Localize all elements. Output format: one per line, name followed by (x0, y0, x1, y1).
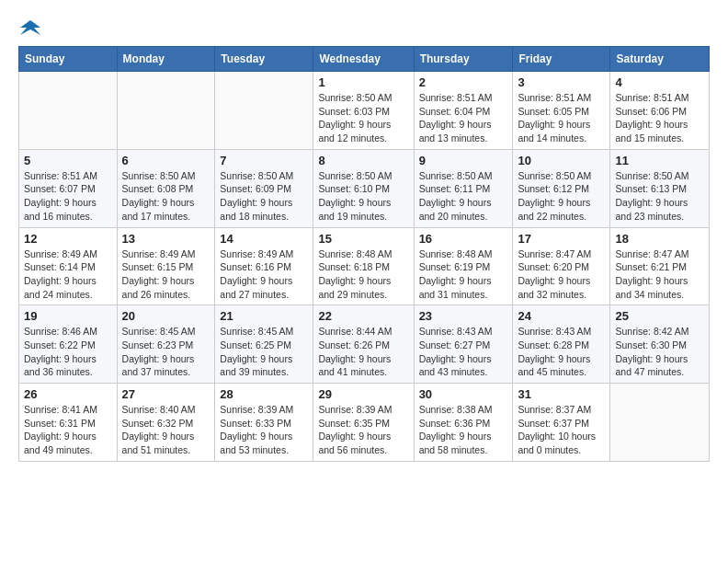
day-detail: Sunrise: 8:51 AMSunset: 6:04 PMDaylight:… (419, 91, 508, 145)
day-detail: Sunrise: 8:45 AMSunset: 6:23 PMDaylight:… (122, 325, 210, 379)
day-detail: Sunrise: 8:43 AMSunset: 6:28 PMDaylight:… (518, 325, 605, 379)
day-number: 8 (318, 154, 408, 167)
svg-marker-0 (20, 20, 40, 35)
day-number: 3 (518, 75, 605, 89)
day-detail: Sunrise: 8:40 AMSunset: 6:32 PMDaylight:… (122, 403, 210, 457)
day-cell: 17Sunrise: 8:47 AMSunset: 6:20 PMDayligh… (513, 227, 610, 305)
day-detail: Sunrise: 8:44 AMSunset: 6:26 PMDaylight:… (318, 325, 408, 379)
day-cell: 18Sunrise: 8:47 AMSunset: 6:21 PMDayligh… (610, 227, 710, 305)
day-detail: Sunrise: 8:47 AMSunset: 6:20 PMDaylight:… (518, 247, 605, 302)
day-detail: Sunrise: 8:49 AMSunset: 6:14 PMDaylight:… (24, 247, 112, 302)
day-cell: 30Sunrise: 8:38 AMSunset: 6:36 PMDayligh… (414, 384, 513, 462)
day-detail: Sunrise: 8:51 AMSunset: 6:07 PMDaylight:… (24, 169, 112, 224)
day-number: 2 (419, 75, 508, 89)
day-detail: Sunrise: 8:50 AMSunset: 6:10 PMDaylight:… (318, 169, 408, 224)
weekday-header-row: SundayMondayTuesdayWednesdayThursdayFrid… (19, 47, 710, 72)
day-cell: 22Sunrise: 8:44 AMSunset: 6:26 PMDayligh… (313, 305, 414, 384)
day-cell: 20Sunrise: 8:45 AMSunset: 6:23 PMDayligh… (117, 305, 215, 384)
day-number: 17 (518, 232, 605, 246)
day-number: 9 (419, 154, 508, 167)
day-detail: Sunrise: 8:50 AMSunset: 6:03 PMDaylight:… (318, 91, 408, 145)
week-row-4: 19Sunrise: 8:46 AMSunset: 6:22 PMDayligh… (19, 305, 710, 384)
day-cell: 10Sunrise: 8:50 AMSunset: 6:12 PMDayligh… (513, 149, 610, 227)
weekday-header-thursday: Thursday (414, 47, 513, 72)
day-number: 10 (518, 154, 605, 167)
day-cell: 14Sunrise: 8:49 AMSunset: 6:16 PMDayligh… (215, 227, 313, 305)
logo-bird-icon (20, 18, 40, 39)
logo-text (18, 18, 40, 39)
day-cell: 16Sunrise: 8:48 AMSunset: 6:19 PMDayligh… (414, 227, 513, 305)
day-detail: Sunrise: 8:39 AMSunset: 6:35 PMDaylight:… (318, 403, 408, 457)
day-cell (19, 72, 118, 150)
day-detail: Sunrise: 8:50 AMSunset: 6:13 PMDaylight:… (615, 169, 704, 224)
day-cell: 1Sunrise: 8:50 AMSunset: 6:03 PMDaylight… (313, 72, 414, 150)
day-cell: 27Sunrise: 8:40 AMSunset: 6:32 PMDayligh… (117, 384, 215, 462)
week-row-1: 1Sunrise: 8:50 AMSunset: 6:03 PMDaylight… (19, 72, 710, 150)
day-number: 5 (24, 154, 112, 167)
week-row-2: 5Sunrise: 8:51 AMSunset: 6:07 PMDaylight… (19, 149, 710, 227)
day-cell: 28Sunrise: 8:39 AMSunset: 6:33 PMDayligh… (215, 384, 313, 462)
day-number: 4 (615, 75, 704, 89)
day-cell: 19Sunrise: 8:46 AMSunset: 6:22 PMDayligh… (19, 305, 118, 384)
page: SundayMondayTuesdayWednesdayThursdayFrid… (0, 0, 728, 480)
day-detail: Sunrise: 8:42 AMSunset: 6:30 PMDaylight:… (615, 325, 704, 379)
day-number: 6 (122, 154, 210, 167)
day-cell: 2Sunrise: 8:51 AMSunset: 6:04 PMDaylight… (414, 72, 513, 150)
day-number: 20 (122, 309, 210, 323)
day-number: 24 (518, 309, 605, 323)
day-cell: 11Sunrise: 8:50 AMSunset: 6:13 PMDayligh… (610, 149, 710, 227)
day-number: 29 (318, 387, 408, 401)
header (18, 15, 710, 39)
weekday-header-sunday: Sunday (19, 47, 118, 72)
day-number: 25 (615, 309, 704, 323)
day-detail: Sunrise: 8:45 AMSunset: 6:25 PMDaylight:… (220, 325, 308, 379)
day-number: 13 (122, 232, 210, 246)
week-row-3: 12Sunrise: 8:49 AMSunset: 6:14 PMDayligh… (19, 227, 710, 305)
day-cell: 6Sunrise: 8:50 AMSunset: 6:08 PMDaylight… (117, 149, 215, 227)
day-cell: 4Sunrise: 8:51 AMSunset: 6:06 PMDaylight… (610, 72, 710, 150)
day-detail: Sunrise: 8:50 AMSunset: 6:12 PMDaylight:… (518, 169, 605, 224)
day-cell: 23Sunrise: 8:43 AMSunset: 6:27 PMDayligh… (414, 305, 513, 384)
day-number: 21 (220, 309, 308, 323)
day-detail: Sunrise: 8:48 AMSunset: 6:18 PMDaylight:… (318, 247, 408, 302)
day-cell (610, 384, 710, 462)
day-number: 19 (24, 309, 112, 323)
day-cell: 26Sunrise: 8:41 AMSunset: 6:31 PMDayligh… (19, 384, 118, 462)
day-cell: 15Sunrise: 8:48 AMSunset: 6:18 PMDayligh… (313, 227, 414, 305)
weekday-header-tuesday: Tuesday (215, 47, 313, 72)
day-cell: 25Sunrise: 8:42 AMSunset: 6:30 PMDayligh… (610, 305, 710, 384)
day-cell: 3Sunrise: 8:51 AMSunset: 6:05 PMDaylight… (513, 72, 610, 150)
day-number: 15 (318, 232, 408, 246)
day-number: 22 (318, 309, 408, 323)
day-cell: 7Sunrise: 8:50 AMSunset: 6:09 PMDaylight… (215, 149, 313, 227)
day-detail: Sunrise: 8:51 AMSunset: 6:05 PMDaylight:… (518, 91, 605, 145)
day-number: 11 (615, 154, 704, 167)
day-detail: Sunrise: 8:43 AMSunset: 6:27 PMDaylight:… (419, 325, 508, 379)
day-number: 27 (122, 387, 210, 401)
day-number: 26 (24, 387, 112, 401)
day-detail: Sunrise: 8:39 AMSunset: 6:33 PMDaylight:… (220, 403, 308, 457)
day-detail: Sunrise: 8:37 AMSunset: 6:37 PMDaylight:… (518, 403, 605, 457)
day-number: 31 (518, 387, 605, 401)
week-row-5: 26Sunrise: 8:41 AMSunset: 6:31 PMDayligh… (19, 384, 710, 462)
day-cell: 31Sunrise: 8:37 AMSunset: 6:37 PMDayligh… (513, 384, 610, 462)
day-detail: Sunrise: 8:49 AMSunset: 6:16 PMDaylight:… (220, 247, 308, 302)
day-cell: 29Sunrise: 8:39 AMSunset: 6:35 PMDayligh… (313, 384, 414, 462)
day-cell: 21Sunrise: 8:45 AMSunset: 6:25 PMDayligh… (215, 305, 313, 384)
weekday-header-friday: Friday (513, 47, 610, 72)
calendar: SundayMondayTuesdayWednesdayThursdayFrid… (18, 46, 710, 462)
weekday-header-monday: Monday (117, 47, 215, 72)
weekday-header-wednesday: Wednesday (313, 47, 414, 72)
day-cell: 5Sunrise: 8:51 AMSunset: 6:07 PMDaylight… (19, 149, 118, 227)
day-number: 16 (419, 232, 508, 246)
day-detail: Sunrise: 8:38 AMSunset: 6:36 PMDaylight:… (419, 403, 508, 457)
day-cell: 12Sunrise: 8:49 AMSunset: 6:14 PMDayligh… (19, 227, 118, 305)
day-number: 7 (220, 154, 308, 167)
day-detail: Sunrise: 8:50 AMSunset: 6:09 PMDaylight:… (220, 169, 308, 224)
weekday-header-saturday: Saturday (610, 47, 710, 72)
day-number: 23 (419, 309, 508, 323)
day-number: 30 (419, 387, 508, 401)
day-detail: Sunrise: 8:47 AMSunset: 6:21 PMDaylight:… (615, 247, 704, 302)
day-number: 1 (318, 75, 408, 89)
day-detail: Sunrise: 8:48 AMSunset: 6:19 PMDaylight:… (419, 247, 508, 302)
